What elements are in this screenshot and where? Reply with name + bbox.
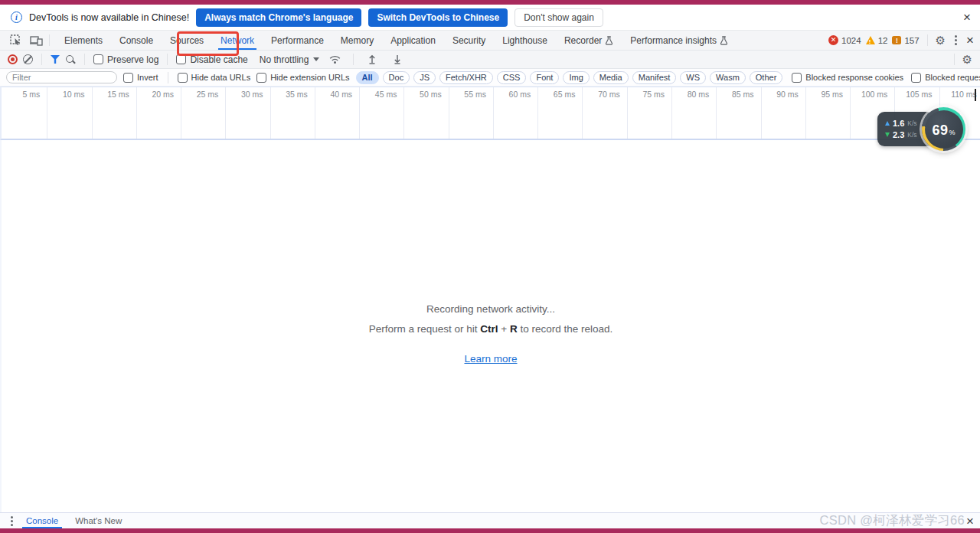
ruler-tick: 40 ms: [315, 87, 360, 139]
filter-input[interactable]: [6, 71, 117, 83]
network-conditions-icon[interactable]: [325, 51, 345, 68]
resource-filter-pill[interactable]: Fetch/XHR: [439, 71, 493, 84]
more-filter-checkboxes: Blocked response cookiesBlocked requests…: [792, 73, 980, 83]
panel-tab[interactable]: Lighthouse: [494, 31, 556, 50]
resource-filter-pill[interactable]: Other: [750, 71, 783, 84]
resource-filter-pill[interactable]: Font: [530, 71, 559, 84]
hide-extension-urls-checkbox[interactable]: Hide extension URLs: [256, 73, 349, 83]
clear-icon[interactable]: [23, 54, 33, 64]
panel-tab[interactable]: Recorder: [556, 31, 622, 50]
preserve-log-checkbox[interactable]: Preserve log: [93, 54, 158, 65]
divider: [49, 34, 50, 46]
match-language-button[interactable]: Always match Chrome's language: [196, 8, 361, 27]
ruler-tick: 5 ms: [3, 87, 47, 139]
ruler-tick: 45 ms: [360, 87, 404, 139]
infobar-close-icon[interactable]: ×: [963, 11, 971, 24]
extra-filter-checkbox[interactable]: Blocked requests: [911, 73, 980, 83]
filter-funnel-icon[interactable]: [51, 55, 60, 64]
ruler-tick: 75 ms: [628, 87, 672, 139]
ruler-tick: 50 ms: [404, 87, 449, 139]
resource-filter-pill[interactable]: CSS: [497, 71, 527, 84]
record-button[interactable]: [8, 54, 18, 64]
ruler-tick: 15 ms: [93, 87, 137, 139]
devtools-window: i DevTools is now available in Chinese! …: [0, 0, 980, 533]
panel-tab[interactable]: Elements: [56, 31, 111, 50]
network-toolbar: Preserve log Disable cache No throttling…: [0, 51, 980, 69]
ruler-tick: 60 ms: [494, 87, 538, 139]
dont-show-again-button[interactable]: Don't show again: [514, 8, 603, 27]
panel-tab[interactable]: Sources: [162, 31, 212, 50]
network-settings-gear-icon[interactable]: ⚙: [962, 54, 972, 65]
resource-filter-pill[interactable]: Wasm: [710, 71, 746, 84]
panel-tab[interactable]: Memory: [332, 31, 382, 50]
panel-tab[interactable]: Application: [382, 31, 444, 50]
resource-type-pills: AllDocJSFetch/XHRCSSFontImgMediaManifest…: [356, 71, 783, 84]
invert-checkbox[interactable]: Invert: [123, 73, 158, 83]
import-har-icon[interactable]: [362, 51, 382, 68]
resource-filter-pill[interactable]: JS: [413, 71, 436, 84]
divider: [954, 54, 955, 65]
learn-more-link[interactable]: Learn more: [464, 353, 517, 365]
switch-to-chinese-button[interactable]: Switch DevTools to Chinese: [368, 8, 508, 27]
error-icon: ✕: [828, 35, 838, 45]
panel-tab[interactable]: Network: [212, 31, 263, 50]
ruler-tick: 20 ms: [137, 87, 181, 139]
checkbox: [123, 73, 133, 83]
resource-filter-pill[interactable]: WS: [680, 71, 706, 84]
language-infobar: i DevTools is now available in Chinese! …: [0, 5, 980, 31]
settings-gear-icon[interactable]: ⚙: [936, 34, 946, 46]
warning-icon: !: [866, 36, 875, 44]
issues-badge[interactable]: !157: [892, 36, 919, 45]
extra-filter-checkbox[interactable]: Blocked response cookies: [792, 73, 903, 83]
network-speed-overlay[interactable]: 1.6K/s 2.3K/s 69%: [877, 107, 969, 153]
percent-gauge[interactable]: 69%: [922, 107, 965, 151]
hide-data-urls-checkbox[interactable]: Hide data URLs: [178, 73, 251, 83]
resource-filter-pill[interactable]: Media: [593, 71, 629, 84]
network-overview-ruler[interactable]: 5 ms10 ms15 ms20 ms25 ms30 ms35 ms40 ms4…: [0, 87, 980, 140]
drawer-tab[interactable]: What's New: [67, 513, 130, 528]
ruler-tick: 55 ms: [449, 87, 494, 139]
download-arrow-icon: [885, 132, 890, 137]
divider: [41, 54, 42, 65]
checkbox: [176, 54, 186, 64]
infobar-message: DevTools is now available in Chinese!: [29, 12, 189, 23]
resource-filter-pill[interactable]: Img: [563, 71, 589, 84]
inspect-element-icon[interactable]: [6, 32, 26, 49]
csdn-watermark: CSDN @柯泽林爱学习66: [819, 512, 965, 529]
checkbox: [256, 73, 266, 83]
error-badge[interactable]: ✕1024: [828, 35, 861, 45]
checkbox: [93, 54, 103, 64]
drawer-menu-icon[interactable]: [6, 514, 18, 528]
more-options-icon[interactable]: [950, 33, 962, 47]
resource-filter-pill[interactable]: All: [356, 71, 379, 84]
throttling-select[interactable]: No throttling: [260, 54, 320, 65]
panel-tab[interactable]: Performance: [263, 31, 332, 50]
empty-state-title: Recording network activity...: [2, 303, 980, 315]
percent-gauge-value: 69%: [925, 110, 963, 149]
ruler-tick: 90 ms: [762, 87, 806, 139]
drawer: ConsoleWhat's New CSDN @柯泽林爱学习66 ×: [0, 512, 980, 528]
network-log-area: Recording network activity... Perform a …: [0, 140, 980, 513]
device-toolbar-icon[interactable]: [26, 32, 46, 49]
info-icon: i: [11, 11, 22, 23]
resource-filter-pill[interactable]: Manifest: [632, 71, 677, 84]
ruler-tick: 70 ms: [583, 87, 627, 139]
ruler-tick: 85 ms: [717, 87, 761, 139]
resource-filter-pill[interactable]: Doc: [383, 71, 410, 84]
export-har-icon[interactable]: [387, 51, 407, 68]
panel-tab[interactable]: Security: [444, 31, 494, 50]
drawer-tab[interactable]: Console: [18, 513, 67, 528]
checkbox: [792, 73, 802, 83]
search-icon[interactable]: [65, 54, 76, 65]
empty-state-hint: Perform a request or hit Ctrl + R to rec…: [2, 323, 980, 335]
empty-state: Recording network activity... Perform a …: [2, 140, 980, 365]
drawer-close-icon[interactable]: ×: [966, 515, 974, 528]
experiment-flask-icon: [605, 36, 613, 45]
devtools-close-icon[interactable]: ×: [966, 34, 974, 47]
ruler-edge-tick: [975, 89, 976, 101]
panel-tab[interactable]: Console: [111, 31, 162, 50]
disable-cache-checkbox[interactable]: Disable cache: [176, 54, 247, 65]
panel-tab[interactable]: Performance insights: [622, 31, 737, 50]
upload-arrow-icon: [885, 121, 890, 126]
warning-badge[interactable]: !12: [866, 36, 888, 45]
